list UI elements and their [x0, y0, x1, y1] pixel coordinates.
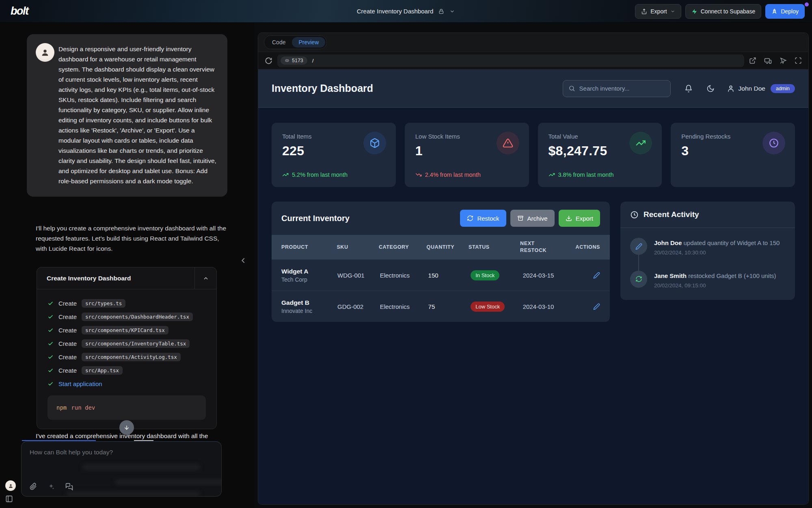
tab-preview[interactable]: Preview [292, 37, 325, 48]
activity-header: Recent Activity [620, 202, 795, 228]
status-badge: Low Stock [471, 302, 505, 312]
inventory-panel-header: Current Inventory Restock Archive [272, 202, 610, 235]
inspector-cursor-icon[interactable] [780, 57, 787, 65]
search-input[interactable]: Search inventory... [563, 80, 671, 97]
top-bar: bolt Create Inventory Dashboard Export [0, 0, 812, 23]
kpi-delta: 5.2% from last month [282, 172, 348, 178]
export-label: Export [650, 8, 667, 15]
command-args: run dev [71, 404, 95, 411]
account-avatar[interactable] [5, 480, 16, 491]
alert-triangle-icon [497, 132, 519, 154]
step-action: Start application [58, 380, 102, 387]
restock-button[interactable]: Restock [460, 210, 506, 227]
dark-mode-toggle-moon-icon[interactable] [706, 85, 715, 93]
product-supplier: Innovate Inc [281, 308, 337, 314]
step-file-chip[interactable]: src/components/DashboardHeader.tsx [82, 313, 193, 321]
archive-icon [517, 215, 524, 221]
step-action: Create [58, 354, 77, 360]
chat-input-placeholder: How can Bolt help you today? [30, 449, 113, 456]
inventory-panel: Current Inventory Restock Archive [272, 202, 610, 322]
project-title-menu[interactable]: Create Inventory Dashboard [357, 8, 455, 15]
reload-icon[interactable] [265, 57, 272, 65]
trending-down-icon [415, 172, 422, 178]
artifact-collapse-button[interactable] [194, 267, 216, 289]
step-file-chip[interactable]: src/components/KPICard.tsx [82, 326, 168, 334]
kpi-card-total-value: Total Value $8,247.75 3.8% from last mon… [538, 123, 662, 187]
refresh-icon [467, 215, 473, 221]
table-row: Widget A Tech Corp WDG-001 Electronics 1… [272, 259, 610, 291]
preview-url-bar: 5173 / [258, 52, 808, 69]
export-csv-button[interactable]: Export [559, 210, 600, 227]
step-action: Create [58, 300, 77, 307]
product-name: Widget A [281, 268, 337, 275]
activity-detail: updated quantity of Widget A to 150 [682, 239, 780, 246]
refresh-icon [630, 271, 647, 288]
product-name: Gadget B [281, 299, 337, 306]
activity-actor: Jane Smith [654, 272, 687, 279]
check-icon [48, 300, 54, 306]
search-placeholder: Search inventory... [579, 85, 630, 92]
check-icon [48, 367, 54, 373]
chevron-down-icon [670, 9, 675, 14]
activity-timestamp: 20/02/2024, 09:15:00 [654, 282, 776, 289]
scroll-to-bottom-button[interactable] [119, 420, 134, 435]
tab-code[interactable]: Code [266, 37, 292, 48]
chat-input-toolbar [30, 483, 73, 491]
artifact-step: Create src/components/KPICard.tsx [48, 323, 206, 337]
artifact-step: Create src/components/ActivityLog.tsx [48, 350, 206, 364]
user-message: Design a responsive and user-friendly in… [27, 34, 227, 197]
edit-pencil-icon[interactable] [593, 272, 600, 279]
toggle-sidebar-icon[interactable] [5, 495, 13, 503]
user-message-text: Design a responsive and user-friendly in… [58, 46, 216, 185]
url-input[interactable]: 5173 / [277, 54, 744, 67]
chat-input[interactable]: How can Bolt help you today? [21, 441, 222, 497]
bulk-actions: Restock Archive Export [460, 210, 600, 227]
terminal-command: npm run dev [48, 395, 206, 420]
quantity-cell[interactable]: 150 [428, 272, 471, 279]
step-file-chip[interactable]: src/App.tsx [82, 366, 123, 375]
kpi-card-low-stock: Low Stock Items 1 2.4% from last month [405, 123, 529, 187]
step-file-chip[interactable]: src/types.ts [82, 299, 125, 308]
user-avatar [36, 43, 54, 62]
edit-pencil-icon[interactable] [593, 303, 600, 310]
quantity-cell[interactable]: 75 [428, 303, 471, 310]
fullscreen-icon[interactable] [795, 57, 802, 65]
bolt-app: bolt Create Inventory Dashboard Export [0, 0, 812, 508]
bell-icon[interactable] [685, 85, 693, 93]
blurred-text [66, 491, 200, 497]
code-preview-toggle: Code Preview [264, 35, 327, 49]
chevron-up-icon [203, 275, 209, 282]
port-pill[interactable]: 5173 [281, 56, 307, 65]
recent-activity-panel: Recent Activity John Doe updated quantit… [620, 202, 795, 300]
collapse-chat-chevron[interactable] [239, 256, 248, 265]
step-file-chip[interactable]: src/components/InventoryTable.tsx [82, 339, 190, 348]
check-icon [48, 354, 54, 360]
archive-button[interactable]: Archive [510, 210, 555, 227]
open-external-icon[interactable] [749, 57, 756, 65]
paperclip-icon[interactable] [30, 483, 37, 491]
activity-item: Jane Smith restocked Gadget B (+100 unit… [630, 271, 785, 289]
trending-up-icon [282, 172, 289, 178]
export-button[interactable]: Export [635, 4, 681, 19]
workbench-panel: Code Preview 5173 / [258, 33, 809, 505]
pencil-icon [630, 238, 647, 255]
supabase-label: Connect to Supabase [701, 8, 756, 15]
sparkles-icon[interactable] [48, 483, 55, 491]
workbench: Code Preview 5173 / [255, 23, 812, 508]
port-number: 5173 [292, 58, 303, 63]
connect-supabase-button[interactable]: Connect to Supabase [685, 4, 762, 19]
discussion-icon[interactable] [65, 483, 73, 491]
deploy-button[interactable]: Deploy [765, 4, 805, 19]
notification-dot [805, 2, 809, 7]
chevron-down-icon[interactable] [449, 9, 455, 14]
clock-icon [630, 211, 639, 219]
supabase-zap-icon [691, 9, 698, 15]
artifact-step-start-application[interactable]: Start application [48, 377, 206, 391]
bolt-logo[interactable]: bolt [11, 5, 28, 17]
user-menu[interactable]: John Doe admin [727, 84, 795, 93]
chat-pane: Design a responsive and user-friendly in… [0, 23, 255, 508]
responsive-devices-icon[interactable] [764, 57, 772, 65]
col-sku: SKU [337, 244, 379, 250]
step-file-chip[interactable]: src/components/ActivityLog.tsx [82, 353, 181, 361]
status-badge: In Stock [471, 270, 499, 280]
